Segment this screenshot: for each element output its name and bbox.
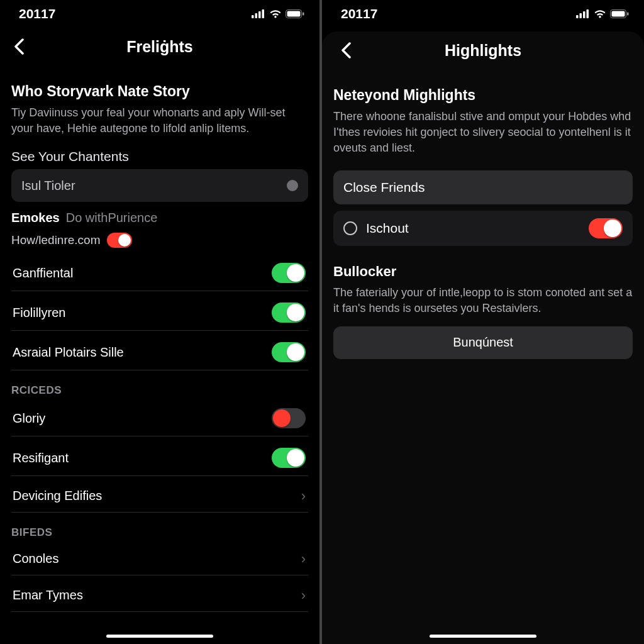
svg-rect-2 (258, 11, 261, 18)
cell-label: Isul Tioler (21, 179, 75, 193)
cell-label: Conoles (13, 552, 58, 566)
section-heading: Who Storyvark Nate Story (11, 83, 308, 100)
svg-rect-12 (612, 11, 625, 17)
status-time: 20117 (341, 6, 377, 21)
section-description-bullocker: The faterially your of intle,leopp to is… (333, 285, 633, 316)
svg-rect-10 (587, 9, 589, 18)
section-who-story: Who Storyvark Nate Story Tiy Daviinuss y… (11, 83, 308, 136)
cellular-icon (252, 9, 265, 18)
svg-rect-3 (262, 9, 265, 18)
option-label: Ischout (366, 221, 409, 236)
content-area: Who Storyvark Nate Story Tiy Daviinuss y… (0, 65, 319, 644)
back-button[interactable] (6, 34, 31, 59)
home-indicator[interactable] (430, 635, 536, 638)
radio-indicator-icon (287, 180, 298, 191)
row-emokes-link: How/ledinre.com (11, 233, 308, 248)
svg-rect-13 (627, 13, 629, 16)
option-close-friends[interactable]: Close Friends (333, 170, 633, 204)
section-heading: Neteyond Mighlights (333, 87, 633, 104)
page-title: Freliġhts (0, 38, 319, 56)
section-description: There whoone fanalisbul stive and omput … (333, 109, 633, 157)
cell-gloriy[interactable]: Gloriy (11, 401, 308, 436)
cell-conoles[interactable]: Conoles › (11, 543, 308, 575)
option-ischout[interactable]: Ischout (333, 211, 633, 246)
battery-icon (610, 9, 629, 18)
wifi-icon (594, 9, 606, 18)
page-title: Highlights (333, 42, 633, 60)
section-description: Tiy Daviinuss your feal your whonarts an… (11, 105, 308, 136)
svg-rect-6 (303, 13, 304, 16)
option-label: Close Friends (343, 180, 425, 195)
cell-emar-tymes[interactable]: Emar Tymes › (11, 579, 308, 612)
section-heading-bifeds: BIFEDS (11, 526, 308, 539)
nav-bar: Highlights (333, 31, 633, 69)
cell-label: Fiolillyren (13, 306, 65, 320)
back-button[interactable] (333, 38, 358, 63)
section-heading-rciceds: RCICEDS (11, 384, 308, 397)
cell-ganffiental[interactable]: Ganffiental (11, 255, 308, 291)
status-bar: 20117 (0, 0, 319, 28)
toggle-ganffiental[interactable] (272, 263, 306, 283)
content-area: Highlights Neteyond Mighlights There who… (322, 31, 644, 644)
status-icons (576, 9, 629, 18)
status-icons (252, 9, 304, 18)
chevron-left-icon (14, 38, 24, 55)
svg-rect-9 (583, 11, 586, 18)
cell-label: Emar Tymes (13, 588, 83, 602)
wifi-icon (269, 9, 282, 18)
svg-rect-1 (255, 13, 258, 18)
cell-fiolillyren[interactable]: Fiolillyren (11, 295, 308, 331)
toggle-emokes-link[interactable] (107, 233, 132, 248)
phone-left: 20117 Freliġhts Who Storyvark Nate Story… (0, 0, 322, 644)
chevron-right-icon: › (301, 488, 306, 504)
home-indicator[interactable] (106, 635, 213, 638)
cell-asraial[interactable]: Asraial Plotairs Sille (11, 335, 308, 370)
section-heading-bullocker: Bullocker (333, 264, 633, 280)
cell-label: Ganffiental (13, 266, 73, 280)
chevron-right-icon: › (301, 587, 306, 604)
cellular-icon (576, 9, 590, 18)
chevron-right-icon: › (301, 551, 306, 567)
svg-rect-0 (252, 15, 254, 18)
row-emokes-header: Emokes Do withPurience (11, 211, 308, 225)
svg-rect-8 (580, 13, 582, 18)
cell-resifigant[interactable]: Resifigant (11, 440, 308, 476)
toggle-gloriy[interactable] (272, 408, 306, 428)
emokes-label: Emokes (11, 211, 60, 225)
battery-icon (286, 9, 304, 18)
cell-devicing-edifies[interactable]: Devicing Edifies › (11, 480, 308, 513)
toggle-ischout[interactable] (589, 218, 623, 238)
emokes-sublabel: Do withPurience (66, 211, 158, 225)
cell-label: Devicing Edifies (13, 489, 102, 503)
phone-right: 20117 Highlights Neteyond Mighlights The… (322, 0, 644, 644)
button-label: Bunqúnest (453, 335, 513, 350)
cell-label: Resifigant (13, 451, 69, 465)
nav-bar: Freliġhts (0, 28, 319, 65)
svg-rect-7 (576, 15, 579, 18)
subheading-chantents: See Your Chantents (11, 149, 308, 164)
svg-rect-5 (287, 11, 301, 17)
cell-isul-tioler[interactable]: Isul Tioler (11, 169, 308, 202)
toggle-asraial[interactable] (272, 342, 306, 362)
cell-label: Gloriy (13, 411, 45, 426)
emokes-link-text: How/ledinre.com (11, 233, 101, 247)
chevron-left-icon (341, 42, 351, 58)
toggle-resifigant[interactable] (272, 448, 306, 468)
section-neteyond: Neteyond Mighlights There whoone fanalis… (333, 87, 633, 157)
radio-outline-icon (343, 221, 357, 235)
toggle-fiolillyren[interactable] (272, 303, 306, 323)
cell-label: Asraial Plotairs Sille (13, 345, 124, 360)
status-time: 20117 (19, 6, 55, 21)
status-bar: 20117 (322, 0, 644, 28)
bunqunest-button[interactable]: Bunqúnest (333, 326, 633, 359)
